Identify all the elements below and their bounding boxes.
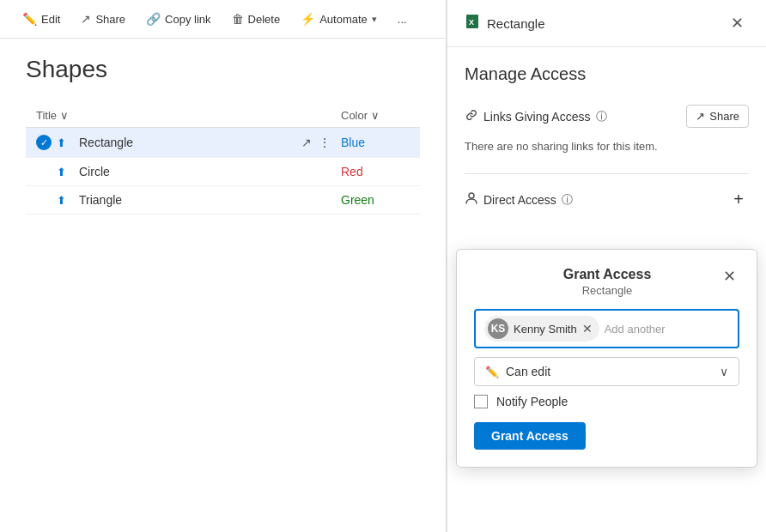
col-title-sort-icon: ∨ [60, 109, 69, 122]
toolbar: ✏️ Edit ↗ Share 🔗 Copy link 🗑 Delete ⚡ A… [0, 0, 446, 39]
grant-access-popup: Grant Access Rectangle ✕ KS Kenny Smith … [456, 249, 757, 468]
share-link-button[interactable]: ↗ Share [686, 105, 749, 128]
add-another-placeholder: Add another [605, 323, 666, 336]
file-icon: X [465, 14, 480, 33]
delete-button[interactable]: 🗑 Delete [223, 7, 289, 31]
automate-label: Automate [319, 13, 368, 26]
more-label: ... [398, 13, 407, 26]
grant-access-button[interactable]: Grant Access [474, 422, 586, 450]
share-button[interactable]: ↗ Share [72, 7, 134, 31]
left-panel: ✏️ Edit ↗ Share 🔗 Copy link 🗑 Delete ⚡ A… [0, 0, 447, 532]
links-section-header: Links Giving Access ⓘ ↗ Share [465, 105, 749, 128]
row-item-icon: ⬆ [57, 166, 74, 178]
links-title-row: Links Giving Access ⓘ [465, 108, 607, 124]
col-color-label: Color [341, 109, 368, 122]
list-item[interactable]: ✓ ⬆ Rectangle ↗ ⋮ Blue [26, 128, 420, 158]
person-avatar: KS [488, 318, 508, 339]
share-link-icon: ↗ [696, 110, 705, 123]
automate-button[interactable]: ⚡ Automate ▾ [292, 7, 386, 31]
notify-row: Notify People [474, 395, 739, 408]
permission-text: Can edit [506, 365, 550, 378]
links-section: Links Giving Access ⓘ ↗ Share There are … [465, 105, 749, 156]
col-title-label: Title [36, 109, 57, 122]
right-panel: X Rectangle ✕ Manage Access Links Giving… [447, 0, 766, 532]
share-link-label: Share [709, 110, 739, 123]
row-share-icon[interactable]: ↗ [301, 136, 312, 149]
panel-title-row: X Rectangle [465, 14, 545, 33]
panel-header: X Rectangle ✕ [447, 0, 766, 47]
row-item-icon: ⬆ [57, 194, 74, 207]
permission-left: ✏️ Can edit [485, 365, 550, 378]
add-access-button[interactable]: + [728, 188, 749, 211]
copy-link-button[interactable]: 🔗 Copy link [137, 7, 219, 31]
share-icon: ↗ [81, 12, 91, 26]
list-header: Title ∨ Color ∨ [26, 104, 420, 128]
panel-close-button[interactable]: ✕ [726, 10, 749, 36]
direct-access-title: Direct Access [483, 193, 556, 207]
automate-icon: ⚡ [301, 12, 315, 26]
list-item[interactable]: ⬆ Circle Red [26, 158, 420, 186]
links-empty-message: There are no sharing links for this item… [465, 136, 749, 156]
person-name: Kenny Smith [514, 323, 577, 336]
copy-link-label: Copy link [165, 13, 210, 26]
row-check: ✓ [36, 135, 57, 150]
grant-access-label: Grant Access [491, 429, 568, 443]
check-circle: ✓ [36, 135, 52, 150]
row-color: Green [341, 193, 410, 207]
row-name: Rectangle [79, 136, 301, 149]
automate-chevron: ▾ [372, 14, 377, 25]
direct-access-section: Direct Access ⓘ + [465, 188, 749, 211]
person-remove-button[interactable]: ✕ [582, 323, 593, 335]
edit-button[interactable]: ✏️ Edit [14, 7, 69, 31]
svg-text:X: X [469, 18, 474, 27]
manage-access-title: Manage Access [465, 64, 749, 84]
links-info-icon[interactable]: ⓘ [596, 109, 607, 124]
row-name: Triangle [79, 193, 331, 207]
section-divider [465, 173, 749, 174]
popup-title: Grant Access [495, 267, 720, 282]
popup-close-button[interactable]: ✕ [720, 267, 739, 286]
delete-label: Delete [248, 13, 281, 26]
direct-access-header: Direct Access ⓘ + [465, 188, 749, 211]
row-item-icon: ⬆ [57, 136, 74, 149]
people-input-area[interactable]: KS Kenny Smith ✕ Add another [474, 309, 739, 348]
row-actions: ↗ ⋮ [301, 136, 331, 149]
share-label: Share [95, 13, 125, 26]
edit-permission-icon: ✏️ [485, 366, 499, 378]
page-title: Shapes [26, 56, 420, 83]
popup-header: Grant Access Rectangle ✕ [474, 267, 739, 297]
col-color-header: Color ∨ [341, 109, 410, 122]
person-initials: KS [491, 323, 506, 335]
direct-access-info-icon[interactable]: ⓘ [562, 192, 573, 208]
svg-point-2 [469, 193, 474, 198]
popup-title-block: Grant Access Rectangle [495, 267, 720, 297]
row-color: Blue [341, 136, 410, 149]
direct-access-icon [465, 191, 478, 208]
edit-label: Edit [41, 13, 60, 26]
permission-chevron-icon: ∨ [720, 365, 728, 378]
link-icon: 🔗 [146, 12, 161, 26]
main-content: Shapes Title ∨ Color ∨ ✓ ⬆ Rectangle ↗ ⋮… [0, 39, 446, 532]
direct-access-title-row: Direct Access ⓘ [465, 191, 573, 208]
notify-checkbox[interactable] [474, 395, 488, 408]
row-name: Circle [79, 165, 331, 178]
permission-select[interactable]: ✏️ Can edit ∨ [474, 357, 739, 386]
links-icon [465, 108, 478, 124]
panel-filename: Rectangle [487, 16, 545, 31]
col-title-header: Title ∨ [36, 109, 341, 122]
notify-label: Notify People [496, 395, 568, 408]
popup-subtitle: Rectangle [495, 284, 720, 297]
person-tag: KS Kenny Smith ✕ [484, 316, 599, 342]
more-button[interactable]: ... [389, 8, 416, 31]
trash-icon: 🗑 [232, 12, 244, 26]
row-more-icon[interactable]: ⋮ [319, 136, 331, 149]
edit-icon: ✏️ [22, 12, 37, 26]
row-color: Red [341, 165, 410, 178]
links-section-title: Links Giving Access [483, 110, 591, 124]
list-item[interactable]: ⬆ Triangle Green [26, 186, 420, 215]
col-color-sort-icon: ∨ [371, 109, 380, 122]
